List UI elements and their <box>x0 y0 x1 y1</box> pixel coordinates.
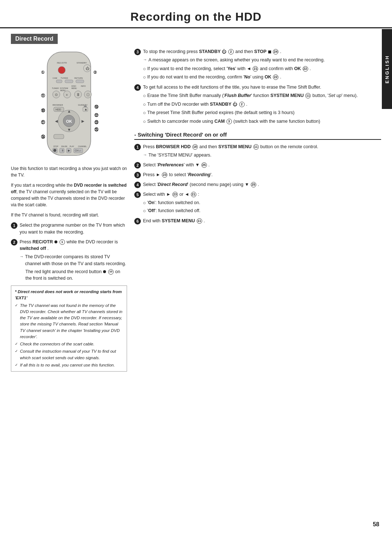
s2-step-3-content: Press ► 23 to select 'Recording'. <box>143 171 381 178</box>
step-2-arrow: → The DVD-recorder compares its stored T… <box>20 254 127 267</box>
note-box: * Direct record does not work or recordi… <box>11 285 127 372</box>
s2-step-num-3: 3 <box>134 172 141 178</box>
svg-rect-9 <box>56 80 62 83</box>
english-sidebar: ENGLISH <box>382 29 392 109</box>
note-item-1: The TV channel was not found in the memo… <box>15 303 123 340</box>
s2-step-2: 2 Select 'Preferences' with ▼ 25 . <box>134 162 381 169</box>
s2-step-5: 5 Select with ► 23 or ◄ 21 : ○ 'On': fun… <box>134 191 381 215</box>
svg-text:CH: CH <box>75 149 78 152</box>
step-3: 3 To stop the recording press STANDBY ⏻ … <box>134 48 381 81</box>
note-item-2: Check the connectors of the scart cable. <box>15 341 123 347</box>
note-title: * Direct record does not work or recordi… <box>15 289 123 301</box>
svg-text:STANDBY: STANDBY <box>77 62 87 64</box>
step-num-1: 1 <box>11 222 17 229</box>
svg-text:㉔: ㉔ <box>41 134 45 139</box>
page-number: 58 <box>373 521 379 528</box>
s2-step-num-5: 5 <box>134 191 141 198</box>
step-4d: ○ Switch to camcorder mode using CAM 3 (… <box>143 118 381 125</box>
svg-text:⊙: ⊙ <box>55 93 58 97</box>
note-item-4: If all this is to no avail, you cannot u… <box>15 362 123 368</box>
s2-step-num-1: 1 <box>134 144 141 150</box>
svg-text:②: ② <box>93 70 97 74</box>
desc-text-3: If the TV channel is found, recording wi… <box>11 212 127 218</box>
remote-svg: REC/OTR STANDBY ⏻ CAM TV/HDD RETURN <box>27 48 111 161</box>
remote-illustration: REC/OTR STANDBY ⏻ CAM TV/HDD RETURN <box>11 48 127 161</box>
svg-text:◄: ◄ <box>54 118 59 124</box>
step-num-3: 3 <box>134 49 141 55</box>
svg-text:⑱: ⑱ <box>41 108 45 113</box>
svg-text:㉓: ㉓ <box>94 120 99 125</box>
step-1: 1 Select the programme number on the TV … <box>11 222 127 236</box>
step-num-2: 2 <box>11 239 17 246</box>
svg-text:▲: ▲ <box>67 109 71 113</box>
s2-step-1-arrow: → The 'SYSTEM MENU' appears. <box>143 152 381 159</box>
svg-text:▲: ▲ <box>84 108 87 111</box>
s2-step-num-6: 6 <box>134 218 141 224</box>
svg-text:TV/HDD: TV/HDD <box>61 77 68 79</box>
svg-text:STOP: STOP <box>53 145 58 147</box>
svg-text:OK: OK <box>66 119 72 123</box>
page-header: Recording on the HDD <box>0 0 392 28</box>
s2-step-5-on: ○ 'On': function switched on. <box>143 199 381 207</box>
svg-text:►: ► <box>81 118 85 124</box>
svg-text:MENU: MENU <box>60 89 66 92</box>
svg-text:REC/OTR: REC/OTR <box>57 62 67 64</box>
section2-header: - Switching 'Direct Record' on or off <box>134 131 381 140</box>
svg-text:▼: ▼ <box>67 127 71 132</box>
step-4: 4 To get full access to the edit functio… <box>134 84 381 125</box>
s2-step-4-content: Select 'Direct Record' (second menu page… <box>143 181 381 188</box>
svg-rect-10 <box>65 80 73 83</box>
step-1-content: Select the programme number on the TV fr… <box>20 222 127 236</box>
svg-text:PLAY: PLAY <box>70 145 74 147</box>
step-2-content: Press REC/OTR 1 while the DVD recorder i… <box>20 239 127 282</box>
svg-text:+/-: +/- <box>79 150 81 152</box>
desc-text-2: If you start a recording while the DVD r… <box>11 182 127 208</box>
s2-step-num-2: 2 <box>134 162 141 169</box>
step-3-content: To stop the recording press STANDBY ⏻ 2 … <box>143 48 381 81</box>
s2-step-5-off: ○ 'Off': function switched off. <box>143 207 381 215</box>
s2-step-2-content: Select 'Preferences' with ▼ 25 . <box>143 162 381 169</box>
svg-text:㉕: ㉕ <box>94 127 99 132</box>
step-2-note: The red light around the record button 1… <box>25 268 127 282</box>
step-3-arrow: → A message appears on the screen, askin… <box>143 57 381 64</box>
svg-text:▶: ▶ <box>68 149 70 152</box>
step-4c: ○ The preset Time Shift Buffer period ex… <box>143 109 381 117</box>
s2-step-1: 1 Press BROWSER HDD 18 and then SYSTEM M… <box>134 143 381 159</box>
svg-text:ⓘ: ⓘ <box>86 93 90 97</box>
svg-text:⑲: ⑲ <box>94 105 99 109</box>
note-item-3: Consult the instruction manual of your T… <box>15 348 123 361</box>
left-column: REC/OTR STANDBY ⏻ CAM TV/HDD RETURN <box>11 48 127 375</box>
section1: Direct Record REC/OTR STANDBY <box>11 28 381 375</box>
svg-text:≡: ≡ <box>66 93 68 97</box>
step-4a: ○ Erase the Time Shift Buffer manually (… <box>143 92 381 100</box>
svg-text:⏻: ⏻ <box>86 66 89 70</box>
note-list: The TV channel was not found in the memo… <box>15 303 123 369</box>
svg-text:BROWSER: BROWSER <box>53 104 63 106</box>
step-3-yes: ○ If you want to end the recording, sele… <box>143 65 381 73</box>
svg-rect-40 <box>54 134 64 139</box>
svg-text:⏸: ⏸ <box>61 149 64 152</box>
s2-step-4: 4 Select 'Direct Record' (second menu pa… <box>134 181 381 188</box>
step-4-content: To get full access to the edit functions… <box>143 84 381 125</box>
svg-text:INFO: INFO <box>81 85 86 87</box>
svg-text:CAM: CAM <box>53 77 57 79</box>
svg-text:㉒: ㉒ <box>94 113 99 117</box>
svg-text:㉑: ㉑ <box>41 120 45 125</box>
svg-text:GUIDE/TV: GUIDE/TV <box>78 104 87 106</box>
english-label: ENGLISH <box>384 55 390 84</box>
page-title: Recording on the HDD <box>130 10 261 23</box>
svg-text:①: ① <box>41 70 45 74</box>
s2-step-num-4: 4 <box>134 182 141 188</box>
svg-text:⑪: ⑪ <box>41 93 45 98</box>
right-column: 3 To stop the recording press STANDBY ⏻ … <box>134 48 381 375</box>
section1-header: Direct Record <box>11 34 58 44</box>
s2-step-5-content: Select with ► 23 or ◄ 21 : ○ 'On': funct… <box>143 191 381 215</box>
step-4b: ○ Turn off the DVD recorder with STANDBY… <box>143 101 381 108</box>
s2-step-6: 6 End with SYSTEM MENU 11 . <box>134 218 381 224</box>
step-2: 2 Press REC/OTR 1 while the DVD recorder… <box>11 239 127 282</box>
desc-text-1: Use this function to start recording a s… <box>11 165 127 178</box>
svg-point-3 <box>58 66 65 74</box>
svg-text:≣: ≣ <box>77 93 79 97</box>
svg-text:TUNER: TUNER <box>52 87 59 89</box>
svg-text:PAUSE: PAUSE <box>61 145 68 147</box>
